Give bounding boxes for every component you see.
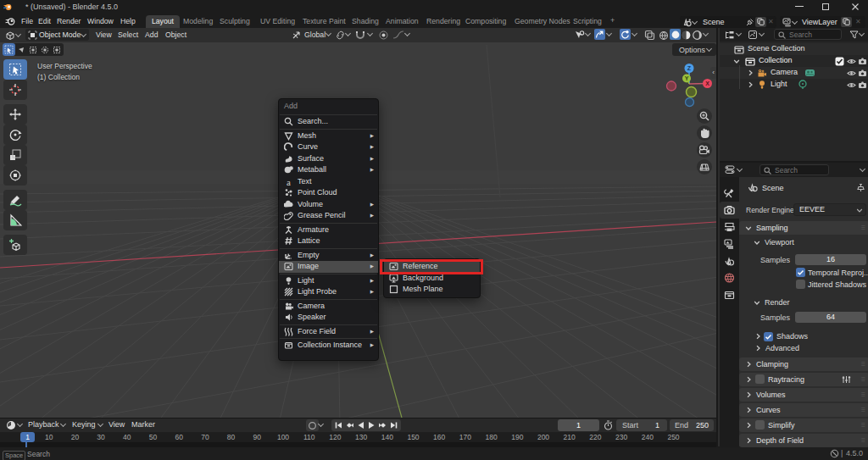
svg-text:Y: Y [685, 75, 689, 81]
svg-text:Z: Z [687, 65, 692, 71]
svg-text:X: X [705, 80, 709, 86]
svg-text:a: a [287, 177, 291, 186]
